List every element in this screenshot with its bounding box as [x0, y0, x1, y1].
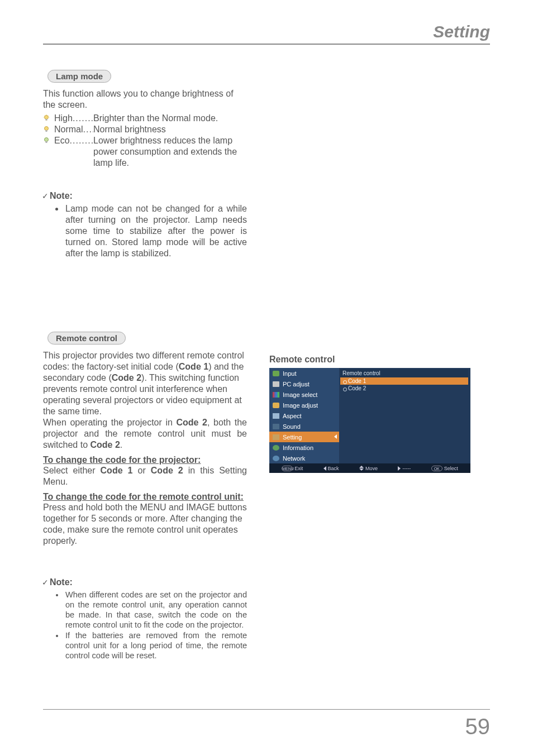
- aspect-icon: [273, 413, 279, 419]
- lamp-def-eco: Lower brightness reduces the lamp power …: [93, 135, 247, 169]
- rc-heading-projector: To change the code for the projector:: [43, 455, 247, 465]
- lamp-row-normal: Normal ...... Normal brightness: [54, 124, 247, 135]
- osd-footer-move: Move: [359, 466, 378, 471]
- osd-menu-image-adjust: Image adjust: [269, 400, 339, 410]
- rc-note-block: ✓Note: When different codes are set on t…: [43, 577, 247, 661]
- lamp-term-high: High: [54, 113, 73, 124]
- svg-rect-3: [46, 130, 47, 132]
- right-column: Remote control Input PC adjust Image sel…: [269, 70, 490, 695]
- osd-menu-input: Input: [269, 368, 339, 379]
- information-icon: [273, 445, 279, 451]
- lamp-note-list: Lamp mode can not be changed for a while…: [64, 203, 247, 259]
- svg-rect-5: [46, 141, 47, 143]
- rc-heading-unit: To change the code for the remote contro…: [43, 492, 247, 502]
- lamp-mode-intro: This function allows you to change brigh…: [43, 88, 247, 111]
- lamp-def-normal: Normal brightness: [93, 124, 247, 135]
- osd-footer: MENUExit Back Move ----- OKSelect: [269, 463, 470, 473]
- lamp-row-high: High........... Brighter than the Normal…: [54, 113, 247, 124]
- osd-panel-title: Remote control: [340, 369, 468, 377]
- rc-note-list: When different codes are set on the proj…: [64, 590, 247, 661]
- osd-menu: Input PC adjust Image select Image adjus…: [269, 368, 339, 463]
- osd-menu-sound: Sound: [269, 421, 339, 432]
- osd-menu-setting: Setting: [269, 432, 339, 442]
- lamp-def-high: Brighter than the Normal mode.: [93, 113, 247, 124]
- lamp-mode-list: High........... Brighter than the Normal…: [54, 113, 247, 169]
- osd-footer-exit: MENUExit: [282, 466, 303, 471]
- sound-icon: [273, 424, 279, 429]
- pc-adjust-icon: [273, 381, 279, 387]
- svg-point-4: [45, 138, 49, 142]
- osd-option-code2: Code 2: [340, 385, 468, 392]
- osd-menu-aspect: Aspect: [269, 410, 339, 421]
- lamp-term-eco: Eco: [54, 135, 70, 169]
- lamp-term-normal: Normal: [54, 124, 83, 135]
- osd-caption: Remote control: [269, 355, 490, 365]
- input-icon: [273, 371, 279, 376]
- lamp-note-block: ✓Note: Lamp mode can not be changed for …: [43, 191, 247, 259]
- rc-note-item-2: If the batteries are removed from the re…: [64, 630, 247, 661]
- section-header: Setting: [433, 22, 490, 41]
- osd-footer-dash: -----: [398, 466, 411, 471]
- lamp-mode-pill: Lamp mode: [47, 70, 111, 83]
- footer-rule: [43, 709, 490, 710]
- svg-point-2: [45, 127, 49, 131]
- osd-panel: Remote control Code 1 Code 2: [339, 368, 470, 463]
- header-rule: [43, 44, 490, 45]
- bulb-normal-icon: [43, 126, 50, 132]
- lamp-note-item: Lamp mode can not be changed for a while…: [64, 203, 247, 259]
- osd-menu-information: Information: [269, 442, 339, 453]
- rc-para-3: Select either Code 1 or Code 2 in this S…: [43, 465, 247, 487]
- osd-menu-network: Network: [269, 453, 339, 463]
- rc-note-label: Note:: [50, 577, 73, 587]
- check-icon: ✓: [42, 192, 49, 200]
- image-select-icon: [273, 392, 279, 398]
- osd-footer-select: OKSelect: [431, 466, 458, 471]
- osd-footer-back: Back: [323, 466, 339, 471]
- lamp-note-label: Note:: [50, 191, 73, 201]
- remote-control-pill: Remote control: [47, 332, 126, 344]
- svg-point-0: [45, 116, 49, 119]
- osd-screenshot: Input PC adjust Image select Image adjus…: [269, 368, 470, 473]
- bulb-high-icon: [43, 114, 50, 121]
- osd-menu-pc-adjust: PC adjust: [269, 379, 339, 389]
- rc-para-1: This projector provides two different re…: [43, 350, 247, 417]
- osd-option-code1: Code 1: [340, 377, 468, 385]
- left-column: Lamp mode This function allows you to ch…: [43, 70, 247, 695]
- page-number: 59: [465, 714, 491, 739]
- rc-para-2: When operating the projector in Code 2, …: [43, 417, 247, 451]
- rc-para-4: Press and hold both the MENU and IMAGE b…: [43, 502, 247, 547]
- network-icon: [273, 456, 279, 461]
- check-icon: ✓: [42, 578, 49, 587]
- osd-menu-image-select: Image select: [269, 389, 339, 400]
- bulb-eco-icon: [43, 137, 50, 143]
- image-adjust-icon: [273, 403, 279, 408]
- rc-note-item-1: When different codes are set on the proj…: [64, 590, 247, 630]
- setting-icon: [273, 434, 279, 440]
- lamp-row-eco: Eco............ Lower brightness reduces…: [54, 135, 247, 169]
- content-area: Lamp mode This function allows you to ch…: [43, 70, 490, 695]
